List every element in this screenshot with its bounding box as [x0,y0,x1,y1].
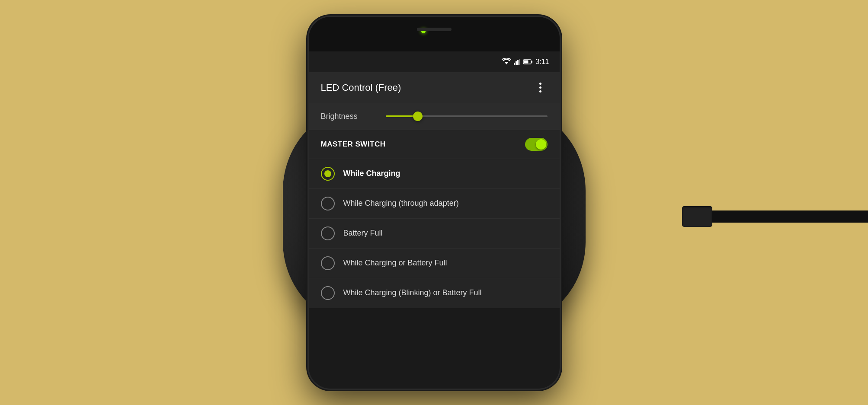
svg-rect-6 [531,61,532,63]
svg-rect-7 [524,60,528,63]
wifi-icon [502,58,511,65]
slider-track [386,115,548,117]
overflow-menu-button[interactable] [534,81,548,95]
radio-circle-while-charging-adapter [321,197,335,210]
radio-circle-while-charging [321,167,335,181]
slider-thumb[interactable] [413,112,423,121]
radio-circle-battery-full [321,226,335,240]
svg-rect-1 [514,63,515,65]
radio-label-charging-or-full: While Charging or Battery Full [343,258,447,268]
radio-label-battery-full: Battery Full [343,229,383,238]
battery-icon [523,59,533,64]
status-time: 3:11 [535,58,549,66]
master-switch-toggle[interactable] [525,138,548,151]
phone: 3:11 LED Control (Free) Brightness [309,17,560,389]
toggle-thumb [536,139,546,150]
radio-label-while-charging-adapter: While Charging (through adapter) [343,199,459,208]
brightness-label: Brightness [321,112,377,121]
svg-rect-3 [517,60,519,65]
radio-label-while-charging: While Charging [343,169,400,178]
overflow-dot-3 [539,90,541,92]
app-header: LED Control (Free) [309,72,560,103]
status-bar: 3:11 [309,51,560,72]
svg-rect-4 [519,59,520,65]
phone-screen: 3:11 LED Control (Free) Brightness [309,51,560,389]
svg-marker-0 [504,62,509,64]
master-switch-row: MASTER SWITCH [309,130,560,159]
brightness-slider[interactable] [386,112,548,121]
status-icons: 3:11 [502,58,549,66]
radio-item-blinking-or-full[interactable]: While Charging (Blinking) or Battery Ful… [309,278,560,308]
radio-circle-blinking-or-full [321,286,335,300]
radio-options-list: While Charging While Charging (through a… [309,159,560,308]
overflow-dot-2 [539,86,541,89]
radio-item-while-charging[interactable]: While Charging [309,159,560,189]
signal-icon [514,58,521,65]
phone-top-bar [309,17,560,51]
radio-inner-while-charging [324,170,331,177]
svg-rect-2 [516,61,517,65]
app-title: LED Control (Free) [321,82,401,93]
brightness-row: Brightness [309,103,560,130]
radio-item-while-charging-adapter[interactable]: While Charging (through adapter) [309,189,560,219]
phone-speaker [417,28,452,31]
overflow-dot-1 [539,83,541,85]
radio-circle-charging-or-full [321,256,335,270]
radio-item-charging-or-full[interactable]: While Charging or Battery Full [309,249,560,278]
radio-item-battery-full[interactable]: Battery Full [309,219,560,249]
master-switch-label: MASTER SWITCH [321,140,386,149]
radio-label-blinking-or-full: While Charging (Blinking) or Battery Ful… [343,288,482,297]
